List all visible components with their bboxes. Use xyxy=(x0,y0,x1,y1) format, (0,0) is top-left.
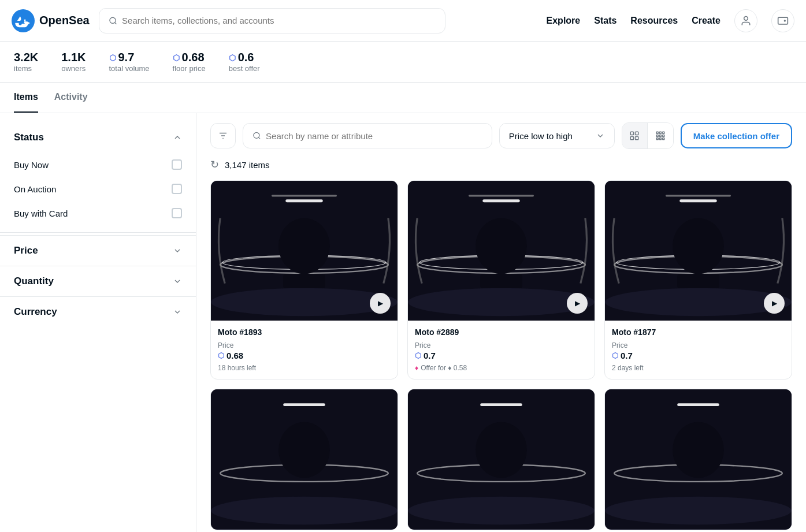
svg-rect-36 xyxy=(480,274,522,288)
grid-large-view-button[interactable] xyxy=(622,123,648,148)
chevron-down-currency-icon xyxy=(173,307,182,317)
svg-rect-25 xyxy=(285,199,323,202)
svg-point-43 xyxy=(673,218,724,274)
nft-card-5[interactable] xyxy=(604,389,792,530)
currency-filter-section[interactable]: Currency xyxy=(0,296,196,327)
play-button-2[interactable]: ▶ xyxy=(764,293,785,314)
nft-price-0: ⬡ 0.68 xyxy=(218,351,391,360)
filter-buy-with-card-checkbox[interactable] xyxy=(172,208,182,218)
nft-card-1[interactable]: ▶ Moto #2889 Price ⬡ 0.7 ♦ Offer for ♦ 0… xyxy=(407,180,595,380)
navbar-logo[interactable]: OpenSea xyxy=(12,9,90,32)
sidebar: Status Buy Now On Auction Buy with Card xyxy=(0,113,196,532)
svg-point-56 xyxy=(605,497,792,524)
stat-owners-value: 1.1K xyxy=(61,51,86,64)
nft-card-3[interactable] xyxy=(210,389,398,530)
eth-symbol-1: ⬡ xyxy=(415,351,421,360)
svg-rect-9 xyxy=(636,132,638,135)
nft-card-2[interactable]: ▶ Moto #1877 Price ⬡ 0.7 2 days left xyxy=(604,180,792,380)
nft-name-0: Moto #1893 xyxy=(218,328,391,337)
stat-total-volume: ⬡ 9.7 total volume xyxy=(109,51,150,73)
status-section-header[interactable]: Status xyxy=(14,122,182,152)
nft-image-1: ▶ xyxy=(408,181,595,321)
svg-rect-10 xyxy=(631,137,634,140)
chevron-down-sort-icon xyxy=(596,131,605,140)
nft-card-4[interactable] xyxy=(407,389,595,530)
svg-rect-12 xyxy=(656,132,658,133)
nft-artwork-5 xyxy=(605,389,792,529)
nft-artwork-4 xyxy=(408,389,595,529)
nft-artwork-3 xyxy=(211,389,398,529)
chevron-down-quantity-icon xyxy=(173,277,182,286)
svg-point-0 xyxy=(12,9,35,32)
eth-icon-volume: ⬡ xyxy=(109,53,116,62)
filter-toggle-button[interactable] xyxy=(210,123,236,148)
wallet-icon xyxy=(777,15,789,27)
filter-buy-now[interactable]: Buy Now xyxy=(14,152,182,177)
offer-dot-1: ♦ xyxy=(415,364,418,372)
svg-rect-11 xyxy=(636,137,638,140)
svg-rect-41 xyxy=(679,199,717,202)
currency-section-title: Currency xyxy=(14,306,57,318)
nft-card-0[interactable]: ▶ Moto #1893 Price ⬡ 0.68 18 hours left xyxy=(210,180,398,380)
svg-rect-3 xyxy=(778,17,788,24)
view-toggle xyxy=(622,122,674,149)
nft-image-2: ▶ xyxy=(605,181,792,321)
svg-point-51 xyxy=(408,497,595,524)
toolbar: Price low to high xyxy=(210,122,792,149)
item-search-bar[interactable] xyxy=(243,123,492,148)
stats-bar: 3.2K items 1.1K owners ⬡ 9.7 total volum… xyxy=(0,42,806,83)
nft-info-1: Moto #2889 Price ⬡ 0.7 ♦ Offer for ♦ 0.5… xyxy=(408,321,595,379)
profile-button[interactable] xyxy=(734,9,757,32)
nav-stats[interactable]: Stats xyxy=(594,16,616,26)
navbar-search-box[interactable] xyxy=(99,8,445,34)
filter-buy-now-checkbox[interactable] xyxy=(172,159,182,170)
nft-image-4 xyxy=(408,389,595,529)
chevron-down-price-icon xyxy=(173,246,182,255)
eth-icon-floor: ⬡ xyxy=(173,53,180,62)
nav-create[interactable]: Create xyxy=(692,16,720,26)
filter-on-auction[interactable]: On Auction xyxy=(14,177,182,201)
stat-best-offer-label: best offer xyxy=(229,64,260,73)
stat-items-label: items xyxy=(14,64,38,73)
eth-symbol-0: ⬡ xyxy=(218,351,224,360)
svg-rect-20 xyxy=(663,138,664,140)
nft-name-2: Moto #1877 xyxy=(612,328,785,337)
svg-rect-18 xyxy=(656,138,658,140)
nft-price-value-1: 0.7 xyxy=(424,351,436,360)
status-filter-section: Status Buy Now On Auction Buy with Card xyxy=(0,122,196,230)
filter-buy-with-card[interactable]: Buy with Card xyxy=(14,201,182,225)
nav-explore[interactable]: Explore xyxy=(547,16,581,26)
stat-best-offer-value: ⬡ 0.6 xyxy=(229,51,260,64)
grid-small-view-button[interactable] xyxy=(648,123,673,148)
tab-items[interactable]: Items xyxy=(14,83,38,113)
wallet-button[interactable] xyxy=(771,9,794,32)
eth-symbol-2: ⬡ xyxy=(612,351,618,360)
svg-point-1 xyxy=(110,17,116,23)
sort-dropdown[interactable]: Price low to high xyxy=(499,123,615,148)
price-filter-section[interactable]: Price xyxy=(0,235,196,266)
opensea-logo-icon xyxy=(12,9,35,32)
navbar-search-input[interactable] xyxy=(122,16,436,25)
stat-floor-label: floor price xyxy=(173,64,206,73)
quantity-filter-section[interactable]: Quantity xyxy=(0,266,196,296)
refresh-icon[interactable]: ↻ xyxy=(210,158,219,171)
items-count-text: 3,147 items xyxy=(225,160,270,170)
play-button-0[interactable]: ▶ xyxy=(370,293,391,314)
filter-on-auction-checkbox[interactable] xyxy=(172,184,182,194)
play-button-1[interactable]: ▶ xyxy=(567,293,588,314)
item-search-input[interactable] xyxy=(266,131,482,141)
svg-rect-16 xyxy=(659,135,661,137)
items-count-bar: ↻ 3,147 items xyxy=(210,158,792,171)
grid-small-icon xyxy=(655,131,666,141)
sort-label: Price low to high xyxy=(509,131,573,141)
tab-activity[interactable]: Activity xyxy=(54,83,88,113)
status-section-title: Status xyxy=(14,132,44,143)
nft-artwork-1 xyxy=(408,181,595,321)
collection-offer-button[interactable]: Make collection offer xyxy=(681,123,792,148)
nft-grid: ▶ Moto #1893 Price ⬡ 0.68 18 hours left xyxy=(210,180,792,530)
svg-point-46 xyxy=(211,497,398,524)
navbar: OpenSea Explore Stats Resources Create xyxy=(0,0,806,42)
quantity-section-title: Quantity xyxy=(14,276,54,287)
nft-sub-text-1: Offer for ♦ 0.58 xyxy=(421,364,467,372)
nav-resources[interactable]: Resources xyxy=(630,16,678,26)
